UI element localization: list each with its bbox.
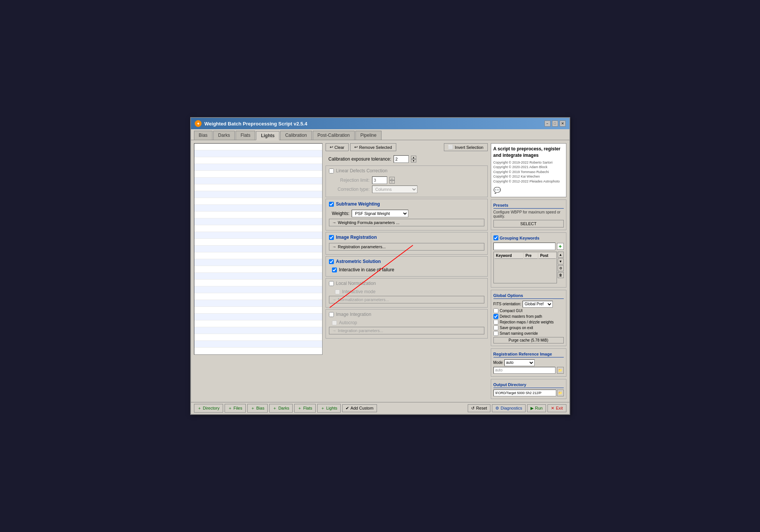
files-button[interactable]: ＋ Files: [225, 404, 246, 413]
add-custom-icon: ✔: [346, 406, 349, 411]
list-item: [194, 320, 322, 327]
reset-icon: ↺: [471, 406, 475, 411]
exit-button[interactable]: ✕ Exit: [548, 404, 566, 412]
directory-button[interactable]: ＋ Directory: [194, 404, 223, 413]
rejection-limit-input[interactable]: [372, 176, 387, 184]
compact-gui-checkbox[interactable]: [493, 308, 498, 313]
add-custom-button[interactable]: ✔ Add Custom: [342, 404, 377, 412]
reg-ref-browse-button[interactable]: 📁: [557, 367, 564, 374]
keyword-up-button[interactable]: ▲: [558, 252, 564, 258]
registration-params-button[interactable]: → Registration parameters...: [329, 243, 484, 251]
reg-ref-input[interactable]: [493, 367, 555, 374]
image-registration-checkbox[interactable]: [329, 235, 334, 240]
close-btn[interactable]: ✕: [560, 121, 566, 127]
normalization-params-button[interactable]: → Normalization parameters...: [329, 296, 484, 303]
interactive-failure-checkbox[interactable]: [332, 268, 337, 272]
reg-ref-label: Registration Reference Image: [493, 351, 564, 357]
fits-orientation-select[interactable]: Global Pref Normal Mirrored: [523, 301, 553, 308]
rejection-maps-checkbox[interactable]: [493, 320, 498, 325]
darks-plus-icon: ＋: [273, 405, 277, 411]
lights-button[interactable]: ＋ Lights: [317, 404, 341, 413]
flats-button[interactable]: ＋ Flats: [294, 404, 316, 413]
keyword-settings-button[interactable]: ⚙: [558, 265, 564, 271]
darks-button[interactable]: ＋ Darks: [269, 404, 293, 413]
rejection-spinner-down[interactable]: ▼: [389, 180, 395, 184]
tab-post-calibration[interactable]: Post-Calibration: [313, 131, 355, 140]
keywords-table: Keyword Pre Post: [493, 252, 557, 283]
list-item: [194, 157, 322, 164]
detect-masters-checkbox[interactable]: [493, 314, 498, 319]
run-button[interactable]: ▶ Run: [527, 404, 546, 412]
add-keyword-button[interactable]: +: [557, 243, 564, 250]
reset-button[interactable]: ↺ Reset: [468, 404, 490, 412]
global-options-label: Global Options: [493, 292, 564, 299]
maximize-btn[interactable]: □: [552, 121, 558, 127]
save-groups-label: Save groups on exit: [500, 326, 533, 330]
select-button[interactable]: SELECT: [493, 220, 564, 227]
list-item: [194, 327, 322, 334]
list-item: [194, 212, 322, 218]
weights-select[interactable]: PSF Signal Weight Noise Evaluation SNR W…: [352, 210, 408, 217]
tab-flats[interactable]: Flats: [236, 131, 255, 140]
tab-darks[interactable]: Darks: [213, 131, 235, 140]
list-item: [194, 259, 322, 266]
output-dir-input[interactable]: [493, 390, 556, 396]
weighting-formula-button[interactable]: → Weighting Formula parameters ...: [329, 219, 484, 226]
subframe-weighting-checkbox[interactable]: [329, 202, 334, 207]
presets-label: Presets: [493, 202, 564, 209]
output-dir-browse-button[interactable]: 📁: [557, 390, 564, 396]
reg-mode-select[interactable]: auto manual: [504, 359, 535, 366]
bias-button[interactable]: ＋ Bias: [247, 404, 268, 413]
subframe-weighting-label: Subframe Weighting: [336, 201, 380, 207]
weights-label: Weights:: [332, 211, 349, 216]
keyword-input[interactable]: [493, 243, 555, 250]
grouping-keywords-checkbox[interactable]: [493, 235, 498, 240]
smart-naming-checkbox[interactable]: [493, 331, 498, 336]
list-item: [194, 280, 322, 286]
remove-selected-button[interactable]: ↩ Remove Selected: [350, 143, 396, 151]
output-dir-section: Output Directory 📁: [491, 379, 566, 399]
minimize-btn[interactable]: −: [544, 121, 551, 127]
tab-pipeline[interactable]: Pipeline: [355, 131, 382, 140]
reg-ref-section: Registration Reference Image Mode auto m…: [491, 348, 566, 377]
diagnostics-button[interactable]: ⚙ Diagnostics: [492, 404, 526, 412]
right-sidebar: A script to preprocess, register and int…: [491, 143, 566, 399]
keyword-col-header: Keyword: [495, 253, 523, 259]
rejection-spinner-up[interactable]: ▲: [389, 177, 395, 180]
tab-calibration[interactable]: Calibration: [280, 131, 312, 140]
purge-cache-button[interactable]: Purge cache (5.78 MiB): [493, 337, 564, 343]
exposure-spinner-down[interactable]: ▼: [411, 159, 416, 162]
astrometric-solution-checkbox[interactable]: [329, 259, 334, 264]
exposure-spinner-up[interactable]: ▲: [411, 156, 416, 159]
interactive-mode-checkbox[interactable]: [335, 289, 340, 294]
detect-masters-label: Detect masters from path: [500, 314, 542, 319]
invert-icon: ⬜: [448, 145, 453, 150]
files-plus-icon: ＋: [228, 405, 232, 411]
tab-lights[interactable]: Lights: [256, 131, 279, 140]
linear-defects-checkbox[interactable]: [329, 169, 334, 173]
keyword-down-button[interactable]: ▼: [558, 258, 564, 264]
local-normalization-checkbox[interactable]: [329, 281, 334, 286]
image-integration-checkbox[interactable]: [329, 312, 334, 317]
file-list-area[interactable]: [194, 143, 323, 355]
clear-button[interactable]: ↩ Clear: [326, 143, 349, 151]
keyword-delete-button[interactable]: 🗑: [558, 272, 564, 278]
arrow-icon: →: [332, 220, 337, 225]
chat-icon: 💬: [493, 186, 564, 195]
flats-plus-icon: ＋: [298, 405, 302, 411]
list-item: [194, 307, 322, 314]
correction-type-select[interactable]: Columns Rows Both: [372, 186, 417, 193]
autocrop-checkbox[interactable]: [332, 320, 337, 325]
grouping-keywords-label: Grouping Keywords: [500, 235, 540, 241]
invert-selection-button[interactable]: ⬜ Invert Selection: [444, 143, 488, 151]
calibration-exposure-input[interactable]: [394, 155, 409, 163]
list-item: [194, 191, 322, 198]
linear-defects-section: Linear Defects Correction Rejection limi…: [326, 165, 488, 197]
tabs-bar: Bias Darks Flats Lights Calibration Post…: [191, 129, 569, 140]
tab-bias[interactable]: Bias: [194, 131, 212, 140]
copyright4: Copyright © 2012 Kai Wiechen: [493, 174, 564, 179]
integration-params-button[interactable]: → Integration parameters...: [329, 327, 484, 334]
local-normalization-section: Local Normalization Interactive mode → N…: [326, 278, 488, 308]
save-groups-checkbox[interactable]: [493, 325, 498, 330]
directory-plus-icon: ＋: [197, 405, 202, 411]
